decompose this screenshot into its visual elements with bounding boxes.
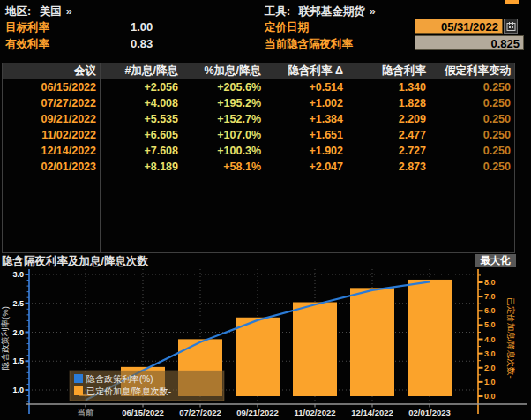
svg-text:3.0: 3.0 — [484, 349, 496, 358]
x-axis: 当前06/15/202207/27/202209/21/202211/02/20… — [26, 404, 527, 417]
chevron-right-icon: » — [370, 5, 376, 18]
cell-assumed: 0.250 — [430, 145, 514, 157]
cell-implied: 1.828 — [347, 97, 430, 109]
svg-text:8.0: 8.0 — [484, 278, 496, 287]
left-axis: 3.02.52.01.51.0隐含政策利率(%) — [0, 269, 29, 414]
table-row[interactable]: 02/01/2023+8.189+58.1%+2.0472.8730.250 — [3, 159, 514, 175]
target-rate-value: 1.00 — [131, 20, 153, 34]
cell-meeting: 02/01/2023 — [3, 161, 100, 173]
effective-rate-label: 有效利率 — [5, 37, 49, 52]
cell-delta: +1.002 — [265, 97, 347, 109]
cell-meeting: 11/02/2022 — [3, 129, 100, 141]
svg-text:1.5: 1.5 — [12, 356, 24, 365]
cell-delta: +1.651 — [265, 129, 347, 141]
maximize-button[interactable]: 最大化 — [475, 254, 516, 267]
cell-pct: +152.7% — [182, 113, 265, 125]
implied-overnight-value: 0.825 — [415, 35, 524, 50]
tool-row: 工具: 联邦基金期货» — [265, 3, 376, 19]
cell-hikes: +2.056 — [100, 81, 182, 94]
cell-delta: +1.902 — [265, 145, 347, 157]
scroll-indicator — [505, 0, 519, 4]
cell-implied: 2.727 — [347, 145, 430, 157]
legend-label: 已定价加息/降息次数- — [86, 386, 171, 396]
cell-pct: +195.2% — [182, 97, 265, 109]
right-axis-label: 已定价加息/降息次数- — [506, 297, 516, 378]
bar[interactable] — [293, 302, 337, 396]
cell-meeting: 06/15/2022 — [3, 81, 100, 94]
column-separator — [100, 63, 101, 252]
table-row[interactable]: 07/27/2022+4.008+195.2%+1.0021.8280.250 — [3, 95, 514, 111]
chevron-right-icon: » — [66, 5, 72, 18]
region-link[interactable]: 美国» — [40, 5, 72, 18]
cell-meeting: 07/27/2022 — [3, 97, 100, 109]
cell-assumed: 0.250 — [430, 113, 514, 125]
svg-text:2.5: 2.5 — [12, 299, 24, 308]
bar[interactable] — [236, 318, 280, 396]
cell-delta: +2.047 — [265, 161, 347, 173]
cell-pct: +100.3% — [182, 145, 265, 157]
x-tick-label: 12/14/2022 — [351, 408, 393, 417]
cell-delta: +0.514 — [265, 81, 347, 94]
implied-overnight-label: 当前隐含隔夜利率 — [265, 37, 353, 52]
tool-link[interactable]: 联邦基金期货» — [299, 5, 376, 18]
target-rate-label: 目标利率 — [5, 20, 49, 35]
svg-text:0.0: 0.0 — [484, 392, 496, 401]
cell-meeting: 09/21/2022 — [3, 113, 100, 125]
table-header: 会议#加息/降息%加息/降息隐含利率 Δ隐含利率假定利率变动 — [3, 63, 514, 79]
table-row[interactable]: 12/14/2022+7.608+100.3%+1.9022.7270.250 — [3, 143, 514, 159]
x-tick-label: 当前 — [78, 408, 95, 417]
right-axis: 8.07.06.05.04.03.02.01.00.0已定价加息/降息次数- — [478, 269, 516, 414]
column-header-1: #加息/降息 — [100, 64, 182, 79]
pricing-date-label: 定价日期 — [265, 20, 309, 35]
region-row: 地区: 美国» — [5, 3, 72, 19]
bar[interactable] — [350, 288, 394, 396]
x-tick-label: 07/27/2022 — [179, 408, 221, 417]
table-row[interactable]: 09/21/2022+5.535+152.7%+1.3842.2090.250 — [3, 111, 514, 127]
column-header-5: 假定利率变动 — [430, 64, 514, 79]
x-tick-label: 06/15/2022 — [122, 408, 164, 417]
chart-canvas[interactable]: 3.02.52.01.51.0隐含政策利率(%)8.07.06.05.04.03… — [0, 267, 531, 420]
cell-implied: 2.873 — [347, 161, 430, 173]
pricing-date-input[interactable]: 05/31/2022 — [415, 19, 503, 34]
cell-implied: 2.209 — [347, 113, 430, 125]
cell-assumed: 0.250 — [430, 129, 514, 141]
svg-text:2.0: 2.0 — [484, 364, 496, 372]
cell-implied: 2.477 — [347, 129, 430, 141]
svg-text:1.0: 1.0 — [12, 386, 24, 394]
table-row[interactable]: 11/02/2022+6.605+107.0%+1.6512.4770.250 — [3, 127, 514, 143]
legend-label: 隐含政策利率(%) — [86, 374, 153, 384]
column-header-3: 隐含利率 Δ — [265, 64, 347, 79]
cell-hikes: +7.608 — [100, 145, 182, 157]
x-tick-label: 02/01/2023 — [408, 408, 451, 417]
cell-implied: 1.340 — [347, 81, 430, 94]
bar[interactable] — [408, 280, 452, 396]
cell-hikes: +5.535 — [100, 113, 182, 125]
cell-assumed: 0.250 — [430, 81, 514, 94]
calendar-button[interactable] — [504, 19, 518, 34]
cell-assumed: 0.250 — [430, 97, 514, 109]
x-tick-label: 11/02/2022 — [294, 408, 335, 417]
chart-legend: 隐含政策利率(%)已定价加息/降息次数- — [70, 371, 224, 401]
meetings-table: 会议#加息/降息%加息/降息隐含利率 Δ隐含利率假定利率变动 06/15/202… — [2, 63, 515, 253]
cell-assumed: 0.250 — [430, 161, 514, 173]
effective-rate-value: 0.83 — [131, 37, 153, 50]
tool-label: 工具: — [265, 5, 290, 18]
svg-text:6.0: 6.0 — [484, 306, 496, 315]
wirp-screen: 地区: 美国» 工具: 联邦基金期货» 目标利率 1.00 定价日期 05/31… — [0, 0, 531, 420]
cell-delta: +1.384 — [265, 113, 347, 125]
cell-meeting: 12/14/2022 — [3, 145, 100, 157]
legend-swatch — [74, 374, 83, 383]
svg-text:1.0: 1.0 — [484, 378, 496, 386]
cell-pct: +58.1% — [182, 161, 265, 173]
table-body: 06/15/2022+2.056+205.6%+0.5141.3400.2500… — [3, 79, 514, 175]
cell-pct: +205.6% — [182, 81, 265, 94]
cell-hikes: +8.189 — [100, 161, 182, 173]
calendar-icon — [506, 21, 516, 32]
cell-hikes: +4.008 — [100, 97, 182, 109]
table-row[interactable]: 06/15/2022+2.056+205.6%+0.5141.3400.250 — [3, 79, 514, 95]
region-label: 地区: — [5, 5, 31, 18]
svg-text:2.0: 2.0 — [12, 328, 24, 337]
cell-hikes: +6.605 — [100, 129, 182, 141]
left-axis-label: 隐含政策利率(%) — [0, 306, 10, 370]
column-header-0: 会议 — [3, 64, 100, 79]
